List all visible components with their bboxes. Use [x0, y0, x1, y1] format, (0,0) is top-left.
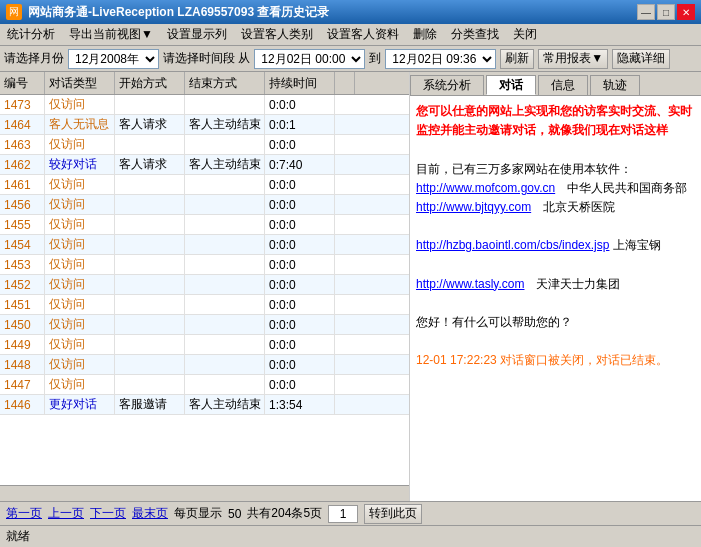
menu-display-cols[interactable]: 设置显示列 [164, 25, 230, 44]
tab-track[interactable]: 轨迹 [590, 75, 640, 95]
close-button[interactable]: ✕ [677, 4, 695, 20]
cell-end [185, 375, 265, 394]
cell-start [115, 355, 185, 374]
table-body[interactable]: 1473 仅访问 0:0:0 1464 客人无讯息 客人请求 客人主动结束 0:… [0, 95, 409, 485]
table-row[interactable]: 1453 仅访问 0:0:0 [0, 255, 409, 275]
goto-button[interactable]: 转到此页 [364, 504, 422, 524]
title-bar: 网 网站商务通-LiveReception LZA69557093 查看历史记录… [0, 0, 701, 24]
col-type: 对话类型 [45, 72, 115, 94]
cell-duration: 0:0:0 [265, 215, 335, 234]
chat-link-3: http://hzbg.baointl.com/cbs/index.jsp 上海… [416, 236, 695, 255]
table-row[interactable]: 1454 仅访问 0:0:0 [0, 235, 409, 255]
table-row[interactable]: 1451 仅访问 0:0:0 [0, 295, 409, 315]
last-page-link[interactable]: 最末页 [132, 505, 168, 522]
cell-type: 仅访问 [45, 135, 115, 154]
cell-id: 1462 [0, 155, 45, 174]
cell-duration: 0:0:0 [265, 295, 335, 314]
to-date-select[interactable]: 12月02日 09:36 [385, 49, 496, 69]
cell-type: 仅访问 [45, 275, 115, 294]
table-row[interactable]: 1461 仅访问 0:0:0 [0, 175, 409, 195]
col-id: 编号 [0, 72, 45, 94]
left-panel: 编号 对话类型 开始方式 结束方式 持续时间 1473 仅访问 0:0:0 14… [0, 72, 410, 501]
cell-duration: 0:0:1 [265, 115, 335, 134]
tab-system-analysis[interactable]: 系统分析 [410, 75, 484, 95]
cell-type: 仅访问 [45, 355, 115, 374]
table-row[interactable]: 1452 仅访问 0:0:0 [0, 275, 409, 295]
prev-page-link[interactable]: 上一页 [48, 505, 84, 522]
cell-start [115, 135, 185, 154]
month-label: 请选择月份 [4, 50, 64, 67]
cell-start: 客人请求 [115, 115, 185, 134]
cell-duration: 0:0:0 [265, 255, 335, 274]
chat-intro: 目前，已有三万多家网站在使用本软件： [416, 160, 695, 179]
cell-type: 更好对话 [45, 395, 115, 414]
table-row[interactable]: 1447 仅访问 0:0:0 [0, 375, 409, 395]
maximize-button[interactable]: □ [657, 4, 675, 20]
minimize-button[interactable]: — [637, 4, 655, 20]
table-row[interactable]: 1450 仅访问 0:0:0 [0, 315, 409, 335]
cell-duration: 1:3:54 [265, 395, 335, 414]
first-page-link[interactable]: 第一页 [6, 505, 42, 522]
menu-stats[interactable]: 统计分析 [4, 25, 58, 44]
cell-id: 1452 [0, 275, 45, 294]
cell-type: 仅访问 [45, 215, 115, 234]
cell-start [115, 315, 185, 334]
table-row[interactable]: 1448 仅访问 0:0:0 [0, 355, 409, 375]
table-row[interactable]: 1464 客人无讯息 客人请求 客人主动结束 0:0:1 [0, 115, 409, 135]
cell-type: 仅访问 [45, 335, 115, 354]
status-bar: 就绪 [0, 525, 701, 547]
cell-type: 仅访问 [45, 95, 115, 114]
next-page-link[interactable]: 下一页 [90, 505, 126, 522]
table-row[interactable]: 1463 仅访问 0:0:0 [0, 135, 409, 155]
cell-id: 1448 [0, 355, 45, 374]
table-hscrollbar[interactable] [0, 485, 409, 501]
cell-duration: 0:0:0 [265, 275, 335, 294]
table-row[interactable]: 1449 仅访问 0:0:0 [0, 335, 409, 355]
report-button[interactable]: 常用报表▼ [538, 49, 608, 69]
cell-id: 1447 [0, 375, 45, 394]
from-date-select[interactable]: 12月02日 00:00 [254, 49, 365, 69]
chat-status: 12-01 17:22:23 对话窗口被关闭，对话已结束。 [416, 351, 695, 370]
cell-type: 较好对话 [45, 155, 115, 174]
window-controls: — □ ✕ [637, 4, 695, 20]
table-row[interactable]: 1446 更好对话 客服邀请 客人主动结束 1:3:54 [0, 395, 409, 415]
tab-info[interactable]: 信息 [538, 75, 588, 95]
menu-close[interactable]: 关闭 [510, 25, 540, 44]
chat-area[interactable]: 您可以仕意的网站上实现和您的访客实时交流、实时监控并能主动邀请对话，就像我们现在… [410, 96, 701, 501]
menu-export[interactable]: 导出当前视图▼ [66, 25, 156, 44]
cell-duration: 0:0:0 [265, 335, 335, 354]
app-icon: 网 [6, 4, 22, 20]
cell-end [185, 235, 265, 254]
table-row[interactable]: 1473 仅访问 0:0:0 [0, 95, 409, 115]
tab-bar: 系统分析 对话 信息 轨迹 [410, 72, 701, 96]
month-select[interactable]: 12月2008年 [68, 49, 159, 69]
cell-end [185, 95, 265, 114]
table-row[interactable]: 1455 仅访问 0:0:0 [0, 215, 409, 235]
cell-type: 仅访问 [45, 235, 115, 254]
menu-customer-type[interactable]: 设置客人类别 [238, 25, 316, 44]
menu-customer-info[interactable]: 设置客人资料 [324, 25, 402, 44]
menu-search[interactable]: 分类查找 [448, 25, 502, 44]
refresh-button[interactable]: 刷新 [500, 49, 534, 69]
tab-conversation[interactable]: 对话 [486, 75, 536, 95]
cell-id: 1451 [0, 295, 45, 314]
table-row[interactable]: 1462 较好对话 客人请求 客人主动结束 0:7:40 [0, 155, 409, 175]
cell-end [185, 195, 265, 214]
cell-end [185, 255, 265, 274]
chat-link-1: http://www.mofcom.gov.cn 中华人民共和国商务部 [416, 179, 695, 198]
cell-start [115, 175, 185, 194]
detail-button[interactable]: 隐藏详细 [612, 49, 670, 69]
cell-end [185, 295, 265, 314]
menu-delete[interactable]: 删除 [410, 25, 440, 44]
table-row[interactable]: 1456 仅访问 0:0:0 [0, 195, 409, 215]
cell-start: 客服邀请 [115, 395, 185, 414]
cell-start [115, 335, 185, 354]
cell-id: 1446 [0, 395, 45, 414]
cell-end: 客人主动结束 [185, 115, 265, 134]
cell-start [115, 195, 185, 214]
cell-end [185, 355, 265, 374]
page-input[interactable] [328, 505, 358, 523]
per-page-label: 每页显示 [174, 505, 222, 522]
per-page-value: 50 [228, 507, 241, 521]
cell-id: 1464 [0, 115, 45, 134]
